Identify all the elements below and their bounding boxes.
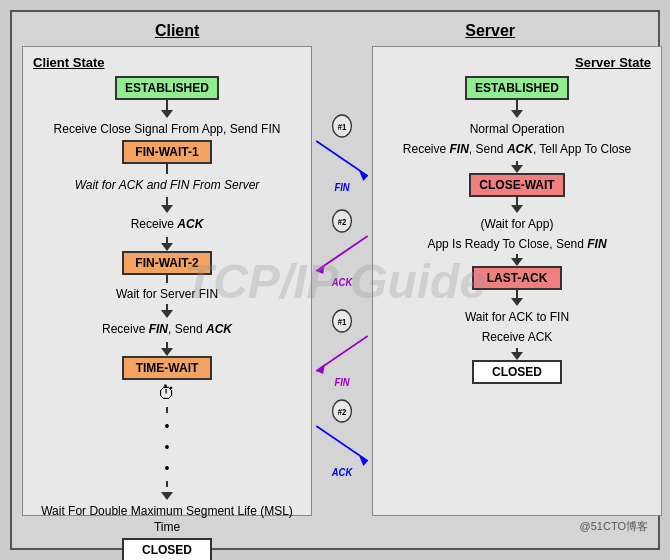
server-panel: Server State ESTABLISHED Normal Operatio…: [372, 46, 662, 516]
svg-line-17: [316, 426, 367, 461]
server-arrow-down-5: [511, 298, 523, 306]
state-established-client: ESTABLISHED: [115, 76, 219, 100]
server-title: Server: [465, 22, 515, 40]
client-desc-4: Wait for Server FIN: [33, 287, 301, 303]
arrow-down-5: [161, 348, 173, 356]
state-close-wait: CLOSE-WAIT: [469, 173, 564, 197]
middle-area: #1 FIN #2 ACK #1 FIN #2: [312, 46, 372, 516]
client-title: Client: [155, 22, 199, 40]
state-fin-wait-2: FIN-WAIT-2: [122, 251, 212, 275]
main-area: Client State ESTABLISHED Receive Close S…: [22, 46, 648, 516]
server-desc-2: Receive FIN, Send ACK, Tell App To Close: [383, 142, 651, 158]
timer-icon: ⏱: [158, 383, 176, 403]
server-desc-1: Normal Operation: [383, 122, 651, 138]
client-desc-6: Wait For Double Maximum Segment Life (MS…: [33, 504, 301, 535]
state-fin-wait-1: FIN-WAIT-1: [122, 140, 212, 164]
svg-text:#2: #2: [338, 406, 347, 417]
client-desc-2: Wait for ACK and FIN From Server: [33, 178, 301, 194]
server-arrow-down-6: [511, 352, 523, 360]
svg-text:ACK: ACK: [331, 466, 354, 478]
svg-text:#2: #2: [338, 216, 347, 227]
arrow-down-3: [161, 243, 173, 251]
server-desc-5: Wait for ACK to FIN: [383, 310, 651, 326]
client-desc-1: Receive Close Signal From App, Send FIN: [33, 122, 301, 138]
arrow-down-4: [161, 310, 173, 318]
arrow-down-1: [161, 110, 173, 118]
server-desc-6: Receive ACK: [383, 330, 651, 346]
svg-text:#1: #1: [338, 121, 347, 132]
top-labels: Client Server: [22, 22, 648, 40]
client-state-label: Client State: [33, 55, 301, 70]
arrow-down-6: [161, 492, 173, 500]
diagram-container: Client Server Client State ESTABLISHED R…: [10, 10, 660, 550]
svg-text:FIN: FIN: [334, 376, 350, 388]
server-state-label: Server State: [383, 55, 651, 70]
client-desc-3: Receive ACK: [33, 217, 301, 233]
state-last-ack: LAST-ACK: [472, 266, 562, 290]
arrow-down-2: [161, 205, 173, 213]
client-desc-5: Receive FIN, Send ACK: [33, 322, 301, 338]
server-desc-3: (Wait for App): [383, 217, 651, 233]
arrows-svg: #1 FIN #2 ACK #1 FIN #2: [312, 46, 372, 516]
client-panel: Client State ESTABLISHED Receive Close S…: [22, 46, 312, 516]
server-arrow-down-2: [511, 165, 523, 173]
server-desc-4: App Is Ready To Close, Send FIN: [383, 237, 651, 253]
state-established-server: ESTABLISHED: [465, 76, 569, 100]
svg-text:FIN: FIN: [334, 181, 350, 193]
svg-text:#1: #1: [338, 316, 347, 327]
svg-text:ACK: ACK: [331, 276, 354, 288]
svg-line-2: [316, 141, 367, 176]
server-arrow-down-1: [511, 110, 523, 118]
state-closed-client: CLOSED: [122, 538, 212, 560]
state-time-wait: TIME-WAIT: [122, 356, 212, 380]
state-closed-server: CLOSED: [472, 360, 562, 384]
server-arrow-down-4: [511, 258, 523, 266]
server-arrow-down-3: [511, 205, 523, 213]
